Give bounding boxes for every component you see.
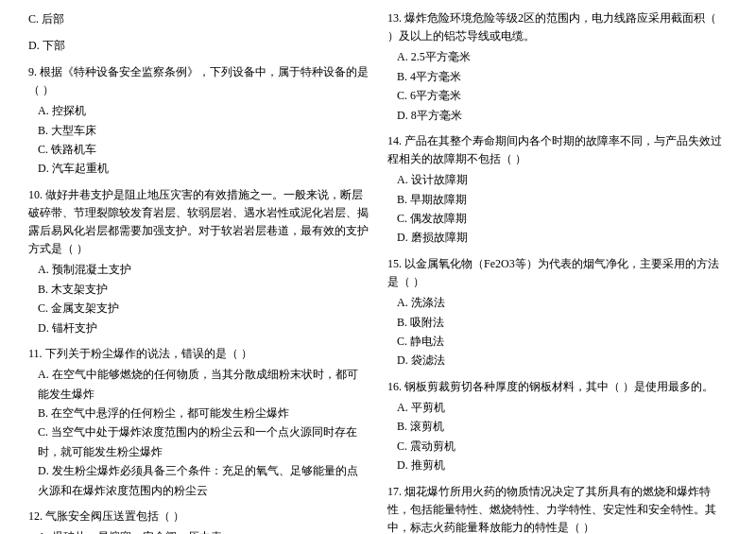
q9-number: 9. <box>28 65 37 78</box>
q13-option-b: B. 4平方毫米 <box>397 67 728 86</box>
q16-number: 16. <box>387 380 402 393</box>
q12-number: 12. <box>28 509 43 523</box>
question-9: 9. 根据《特种设备安全监察条例》，下列设备中，属于特种设备的是（ ） A. 控… <box>28 63 369 179</box>
q9-option-c: C. 铁路机车 <box>38 140 369 159</box>
question-17-text: 17. 烟花爆竹所用火药的物质情况决定了其所具有的燃烧和爆炸特性，包括能量特性、… <box>387 483 728 534</box>
question-11-text: 11. 下列关于粉尘爆作的说法，错误的是（ ） <box>28 345 369 363</box>
q16-option-b: B. 滚剪机 <box>397 417 728 436</box>
q16-option-c: C. 震动剪机 <box>397 437 728 456</box>
q14-options: A. 设计故障期 B. 早期故障期 C. 偶发故障期 D. 磨损故障期 <box>387 170 728 248</box>
q13-body: 爆炸危险环境危险等级2区的范围内，电力线路应采用截面积（ ）及以上的铝芯导线或电… <box>387 11 716 43</box>
q16-body: 钢板剪裁剪切各种厚度的钢板材料，其中（ ）是使用最多的。 <box>404 380 713 393</box>
q13-option-a: A. 2.5平方毫米 <box>397 47 728 66</box>
question-10: 10. 做好井巷支护是阻止地压灾害的有效措施之一。一般来说，断层破碎带、节理裂隙… <box>28 186 369 337</box>
q16-option-a: A. 平剪机 <box>397 398 728 417</box>
question-12: 12. 气胀安全阀压送置包括（ ） A. 爆破片、易熔塞、安全阀、压力表 B. … <box>28 508 369 534</box>
q10-body: 做好井巷支护是阻止地压灾害的有效措施之一。一般来说，断层破碎带、节理裂隙较发育岩… <box>28 188 369 256</box>
q15-option-d: D. 袋滤法 <box>397 351 728 370</box>
q16-option-d: D. 推剪机 <box>397 456 728 474</box>
q10-option-a: A. 预制混凝土支护 <box>38 260 369 279</box>
q11-number: 11. <box>28 347 43 360</box>
question-15-text: 15. 以金属氧化物（Fe2O3等）为代表的烟气净化，主要采用的方法是（ ） <box>387 255 728 291</box>
q15-option-c: C. 静电法 <box>397 332 728 351</box>
page-content: C. 后部 D. 下部 9. 根据《特种设备安全监察条例》，下列设备中，属于特种… <box>28 9 728 534</box>
option-c-text: C. 后部 <box>28 9 369 28</box>
q10-option-d: D. 锚杆支护 <box>38 319 369 337</box>
q9-option-a: A. 控探机 <box>38 101 369 120</box>
q11-option-c: C. 当空气中处于爆炸浓度范围内的粉尘云和一个点火源同时存在时，就可能发生粉尘爆… <box>38 422 369 461</box>
option-d-text: D. 下部 <box>28 36 369 55</box>
q9-options: A. 控探机 B. 大型车床 C. 铁路机车 D. 汽车起重机 <box>28 101 369 179</box>
q12-option-a: A. 爆破片、易熔塞、安全阀、压力表 <box>38 527 369 534</box>
q12-body: 气胀安全阀压送置包括（ ） <box>45 509 184 523</box>
option-d-bottom: D. 下部 <box>28 36 369 55</box>
q13-option-c: C. 6平方毫米 <box>397 86 728 105</box>
question-16-text: 16. 钢板剪裁剪切各种厚度的钢板材料，其中（ ）是使用最多的。 <box>387 378 728 396</box>
question-10-text: 10. 做好井巷支护是阻止地压灾害的有效措施之一。一般来说，断层破碎带、节理裂隙… <box>28 186 369 259</box>
q9-body: 根据《特种设备安全监察条例》，下列设备中，属于特种设备的是（ ） <box>28 65 369 96</box>
q15-options: A. 洗涤法 B. 吸附法 C. 静电法 D. 袋滤法 <box>387 293 728 370</box>
q11-options: A. 在空气中能够燃烧的任何物质，当其分散成细粉末状时，都可能发生爆炸 B. 在… <box>28 365 369 500</box>
q15-option-a: A. 洗涤法 <box>397 293 728 312</box>
q11-option-b: B. 在空气中悬浮的任何粉尘，都可能发生粉尘爆炸 <box>38 404 369 422</box>
q17-body: 烟花爆竹所用火药的物质情况决定了其所具有的燃烧和爆炸特性，包括能量特性、燃烧特性… <box>387 485 716 534</box>
question-14: 14. 产品在其整个寿命期间内各个时期的故障率不同，与产品失效过程相关的故障期不… <box>387 132 728 248</box>
q10-option-b: B. 木支架支护 <box>38 280 369 299</box>
question-11: 11. 下列关于粉尘爆作的说法，错误的是（ ） A. 在空气中能够燃烧的任何物质… <box>28 345 369 500</box>
q9-option-d: D. 汽车起重机 <box>38 159 369 178</box>
right-column: 13. 爆炸危险环境危险等级2区的范围内，电力线路应采用截面积（ ）及以上的铝芯… <box>387 9 728 534</box>
q10-number: 10. <box>28 188 43 201</box>
question-13-text: 13. 爆炸危险环境危险等级2区的范围内，电力线路应采用截面积（ ）及以上的铝芯… <box>387 9 728 45</box>
q11-option-d: D. 发生粉尘爆炸必须具备三个条件：充足的氧气、足够能量的点火源和在爆炸浓度范围… <box>38 461 369 500</box>
q13-options: A. 2.5平方毫米 B. 4平方毫米 C. 6平方毫米 D. 8平方毫米 <box>387 47 728 125</box>
option-c-back: C. 后部 <box>28 9 369 28</box>
q14-option-a: A. 设计故障期 <box>397 170 728 189</box>
q14-body: 产品在其整个寿命期间内各个时期的故障率不同，与产品失效过程相关的故障期不包括（ … <box>387 134 722 165</box>
question-12-text: 12. 气胀安全阀压送置包括（ ） <box>28 508 369 525</box>
question-13: 13. 爆炸危险环境危险等级2区的范围内，电力线路应采用截面积（ ）及以上的铝芯… <box>387 9 728 125</box>
question-16: 16. 钢板剪裁剪切各种厚度的钢板材料，其中（ ）是使用最多的。 A. 平剪机 … <box>387 378 728 475</box>
question-9-text: 9. 根据《特种设备安全监察条例》，下列设备中，属于特种设备的是（ ） <box>28 63 369 99</box>
question-14-text: 14. 产品在其整个寿命期间内各个时期的故障率不同，与产品失效过程相关的故障期不… <box>387 132 728 168</box>
q14-number: 14. <box>387 134 402 147</box>
q10-options: A. 预制混凝土支护 B. 木支架支护 C. 金属支架支护 D. 锚杆支护 <box>28 260 369 337</box>
q10-option-c: C. 金属支架支护 <box>38 299 369 318</box>
left-column: C. 后部 D. 下部 9. 根据《特种设备安全监察条例》，下列设备中，属于特种… <box>28 9 369 534</box>
question-17: 17. 烟花爆竹所用火药的物质情况决定了其所具有的燃烧和爆炸特性，包括能量特性、… <box>387 483 728 534</box>
q11-option-a: A. 在空气中能够燃烧的任何物质，当其分散成细粉末状时，都可能发生爆炸 <box>38 365 369 404</box>
q16-options: A. 平剪机 B. 滚剪机 C. 震动剪机 D. 推剪机 <box>387 398 728 475</box>
q15-option-b: B. 吸附法 <box>397 313 728 332</box>
q14-option-c: C. 偶发故障期 <box>397 209 728 228</box>
question-15: 15. 以金属氧化物（Fe2O3等）为代表的烟气净化，主要采用的方法是（ ） A… <box>387 255 728 370</box>
q13-number: 13. <box>387 11 402 25</box>
q11-body: 下列关于粉尘爆作的说法，错误的是（ ） <box>45 347 252 360</box>
q15-number: 15. <box>387 257 402 270</box>
q13-option-d: D. 8平方毫米 <box>397 106 728 125</box>
q9-option-b: B. 大型车床 <box>38 121 369 140</box>
q15-body: 以金属氧化物（Fe2O3等）为代表的烟气净化，主要采用的方法是（ ） <box>387 257 719 288</box>
q14-option-b: B. 早期故障期 <box>397 190 728 209</box>
q17-number: 17. <box>387 485 402 498</box>
q12-options: A. 爆破片、易熔塞、安全阀、压力表 B. 爆破片、易熔塞、爆破片一易熔塞复合装… <box>28 527 369 534</box>
q14-option-d: D. 磨损故障期 <box>397 228 728 247</box>
